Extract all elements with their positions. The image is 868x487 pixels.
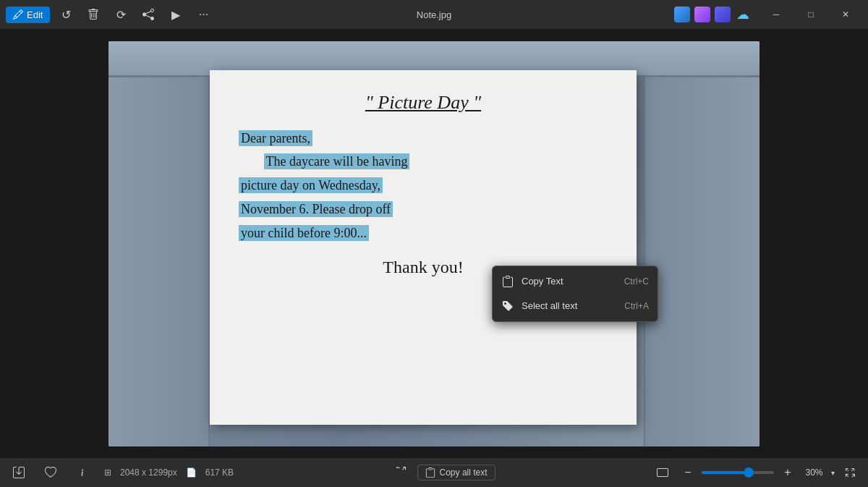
tray-icons: ☁ xyxy=(674,7,751,22)
zoom-level: 30% xyxy=(801,467,827,478)
bottombar-right: − + 30% ▾ xyxy=(652,462,859,483)
fullscreen-icon xyxy=(845,467,855,478)
bottombar-center: Copy all text xyxy=(391,462,495,483)
window-title: Note.jpg xyxy=(417,9,451,20)
zoom-dropdown-button[interactable]: ▾ xyxy=(831,469,835,477)
highlight-line-5: your child before 9:00... xyxy=(239,225,369,241)
heart-icon xyxy=(45,467,56,478)
delete-button[interactable] xyxy=(82,3,105,26)
note-image: " Picture Day " Dear parents, The daycar… xyxy=(109,41,760,446)
note-line-2: The daycare will be having xyxy=(239,151,608,172)
note-body: Dear parents, The daycare will be having… xyxy=(239,128,608,244)
copy-text-label: Copy Text xyxy=(522,276,563,287)
paper-note: " Picture Day " Dear parents, The daycar… xyxy=(210,70,637,425)
select-all-menu-item[interactable]: Select all text Ctrl+A xyxy=(493,294,658,318)
minimize-button[interactable]: ─ xyxy=(760,3,793,26)
note-line-5: your child before 9:00... xyxy=(239,223,608,244)
copy-all-label: Copy all text xyxy=(440,467,488,478)
select-all-left: Select all text xyxy=(501,300,577,313)
file-size: 617 KB xyxy=(205,467,234,478)
door-right-panel xyxy=(644,77,760,446)
share-button[interactable] xyxy=(137,3,160,26)
titlebar-right: ☁ ─ □ ✕ xyxy=(674,3,862,26)
save-icon xyxy=(13,467,25,478)
frame-button[interactable] xyxy=(652,462,673,483)
highlight-line-2: The daycare will be having xyxy=(264,153,410,169)
save-button[interactable] xyxy=(9,462,29,483)
frame-icon xyxy=(657,467,668,478)
copy-all-icon xyxy=(425,467,435,478)
highlight-line-3: picture day on Wednesday, xyxy=(239,177,383,193)
fit-screen-button[interactable] xyxy=(391,462,412,483)
highlight-line-1: Dear parents, xyxy=(239,130,312,146)
tray-icon-1 xyxy=(674,7,690,22)
info-button[interactable] xyxy=(72,462,93,483)
more-button[interactable]: ··· xyxy=(192,3,215,26)
share-icon xyxy=(142,9,154,20)
tray-icon-3 xyxy=(715,7,731,22)
copy-text-left: Copy Text xyxy=(501,275,563,288)
select-all-icon xyxy=(501,300,514,313)
zoom-controls: − + 30% ▾ xyxy=(678,463,835,482)
copy-text-shortcut: Ctrl+C xyxy=(624,276,649,287)
zoom-slider-fill xyxy=(702,471,749,474)
zoom-slider-track[interactable] xyxy=(702,471,774,474)
dimensions-icon: ⊞ xyxy=(104,467,111,478)
delete-icon xyxy=(88,9,99,20)
copy-all-button[interactable]: Copy all text xyxy=(417,465,495,480)
select-all-shortcut: Ctrl+A xyxy=(624,301,649,311)
bottombar-left: ⊞ 2048 x 1299px 📄 617 KB xyxy=(9,462,234,483)
info-icon xyxy=(77,467,88,478)
image-dimensions: 2048 x 1299px xyxy=(120,467,177,478)
copy-text-menu-item[interactable]: Copy Text Ctrl+C xyxy=(493,269,658,294)
undo-button[interactable]: ↺ xyxy=(54,3,77,26)
note-line-3: picture day on Wednesday, xyxy=(239,175,608,196)
note-line-1: Dear parents, xyxy=(239,128,608,149)
note-line-4: November 6. Please drop off xyxy=(239,199,608,220)
zoom-out-button[interactable]: − xyxy=(678,463,697,482)
zoom-slider-container[interactable] xyxy=(702,471,774,474)
edit-label: Edit xyxy=(27,9,43,20)
zoom-in-button[interactable]: + xyxy=(778,463,797,482)
copy-icon xyxy=(501,275,514,288)
file-icon: 📄 xyxy=(186,467,197,478)
image-viewer: " Picture Day " Dear parents, The daycar… xyxy=(0,29,868,458)
tray-icon-2 xyxy=(694,7,710,22)
highlight-line-4: November 6. Please drop off xyxy=(239,201,393,217)
bottombar: ⊞ 2048 x 1299px 📄 617 KB Copy all text − xyxy=(0,458,868,487)
favorite-button[interactable] xyxy=(41,462,61,483)
door-left-panel xyxy=(109,77,210,446)
titlebar-left: Edit ↺ ⟳ ▶ ··· xyxy=(6,3,215,26)
slideshow-button[interactable]: ▶ xyxy=(164,3,187,26)
cloud-icon: ☁ xyxy=(735,7,751,22)
zoom-slider-thumb[interactable] xyxy=(744,467,754,478)
rotate-button[interactable]: ⟳ xyxy=(109,3,132,26)
close-button[interactable]: ✕ xyxy=(829,3,862,26)
note-title: " Picture Day " xyxy=(239,92,608,114)
file-info: ⊞ 2048 x 1299px 📄 617 KB xyxy=(104,467,234,478)
maximize-button[interactable]: □ xyxy=(794,3,827,26)
select-all-label: Select all text xyxy=(522,300,577,311)
edit-button[interactable]: Edit xyxy=(6,7,50,23)
titlebar: Edit ↺ ⟳ ▶ ··· Note.jpg ☁ ─ □ ✕ xyxy=(0,0,868,29)
edit-icon xyxy=(13,9,23,20)
context-menu: Copy Text Ctrl+C Select all text Ctrl+A xyxy=(492,266,658,322)
fit-screen-icon xyxy=(396,467,407,478)
fullscreen-button[interactable] xyxy=(841,463,859,482)
